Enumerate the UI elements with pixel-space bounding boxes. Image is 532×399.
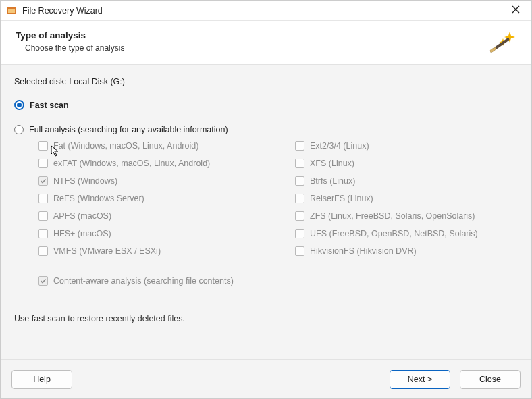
checkbox-label: ZFS (Linux, FreeBSD, Solaris, OpenSolari… [310, 211, 475, 221]
checkbox-ntfs[interactable]: NTFS (Windows) [38, 176, 295, 186]
checkbox-zfs[interactable]: ZFS (Linux, FreeBSD, Solaris, OpenSolari… [295, 211, 518, 221]
checkbox-reiserfs[interactable]: ReiserFS (Linux) [295, 194, 518, 203]
svg-rect-5 [489, 47, 496, 53]
checkbox-icon [38, 194, 48, 203]
close-button-footer[interactable]: Close [460, 370, 521, 389]
checkbox-ext[interactable]: Ext2/3/4 (Linux) [295, 141, 518, 151]
checkbox-icon [38, 159, 48, 168]
svg-rect-1 [8, 9, 15, 13]
checkbox-xfs[interactable]: XFS (Linux) [295, 159, 518, 168]
checkbox-apfs[interactable]: APFS (macOS) [38, 211, 295, 221]
checkbox-hikvisionfs[interactable]: HikvisionFS (Hikvision DVR) [295, 246, 518, 256]
checkbox-exfat[interactable]: exFAT (Windows, macOS, Linux, Android) [38, 159, 295, 168]
checkbox-icon [38, 246, 48, 256]
checkbox-label: APFS (macOS) [53, 211, 111, 221]
checkbox-icon [295, 141, 304, 151]
body: Selected disk: Local Disk (G:) Fast scan… [1, 65, 531, 359]
checkbox-fat[interactable]: Fat (Windows, macOS, Linux, Android) [38, 141, 295, 151]
checkbox-icon [38, 229, 48, 238]
checkbox-icon [38, 276, 48, 286]
checkbox-content-aware[interactable]: Content-aware analysis (searching file c… [38, 276, 518, 286]
checkbox-icon [295, 246, 304, 256]
heading-text: Type of analysis Choose the type of anal… [16, 30, 124, 53]
header: Type of analysis Choose the type of anal… [1, 21, 531, 65]
wizard-window: File Recovery Wizard Type of analysis Ch… [0, 0, 532, 399]
checkbox-label: XFS (Linux) [310, 159, 354, 168]
checkbox-label: ReFS (Windows Server) [53, 194, 144, 203]
checkbox-label: HFS+ (macOS) [53, 229, 111, 238]
checkbox-icon [38, 176, 48, 186]
checkbox-label: exFAT (Windows, macOS, Linux, Android) [53, 159, 210, 168]
checkbox-label: Ext2/3/4 (Linux) [310, 141, 369, 151]
help-button[interactable]: Help [11, 370, 72, 389]
app-icon [6, 5, 17, 16]
checkbox-label: Fat (Windows, macOS, Linux, Android) [53, 141, 198, 151]
checkbox-hfsplus[interactable]: HFS+ (macOS) [38, 229, 295, 238]
radio-icon [14, 125, 24, 134]
window-title: File Recovery Wizard [22, 6, 506, 16]
page-title: Type of analysis [16, 30, 124, 41]
checkbox-label: NTFS (Windows) [53, 176, 117, 186]
radio-fast-scan-label: Fast scan [30, 101, 69, 110]
checkbox-vmfs[interactable]: VMFS (VMware ESX / ESXi) [38, 246, 295, 256]
radio-fast-scan[interactable]: Fast scan [14, 100, 518, 110]
filesystem-options: Fat (Windows, macOS, Linux, Android) Ext… [38, 141, 518, 256]
radio-full-analysis-label: Full analysis (searching for any availab… [29, 125, 228, 134]
checkbox-btrfs[interactable]: Btrfs (Linux) [295, 176, 518, 186]
checkbox-icon [295, 176, 304, 186]
close-button[interactable] [506, 5, 526, 16]
page-subtitle: Choose the type of analysis [25, 43, 124, 53]
selected-disk-label: Selected disk: Local Disk (G:) [14, 77, 518, 86]
radio-full-analysis[interactable]: Full analysis (searching for any availab… [14, 125, 518, 134]
checkbox-icon [295, 159, 304, 168]
radio-icon [14, 100, 24, 110]
checkbox-label: Content-aware analysis (searching file c… [53, 276, 234, 286]
checkbox-icon [295, 211, 304, 221]
checkbox-refs[interactable]: ReFS (Windows Server) [38, 194, 295, 203]
checkbox-label: Btrfs (Linux) [310, 176, 355, 186]
checkbox-icon [295, 194, 304, 203]
titlebar: File Recovery Wizard [1, 1, 531, 21]
checkbox-icon [38, 211, 48, 221]
checkbox-label: HikvisionFS (Hikvision DVR) [310, 246, 417, 256]
wand-icon [487, 30, 516, 57]
next-button[interactable]: Next > [390, 370, 450, 389]
checkbox-label: VMFS (VMware ESX / ESXi) [53, 246, 161, 256]
checkbox-ufs[interactable]: UFS (FreeBSD, OpenBSD, NetBSD, Solaris) [295, 229, 518, 238]
checkbox-label: ReiserFS (Linux) [310, 194, 373, 203]
checkbox-icon [295, 229, 304, 238]
checkbox-label: UFS (FreeBSD, OpenBSD, NetBSD, Solaris) [310, 229, 478, 238]
hint-text: Use fast scan to restore recently delete… [14, 314, 518, 323]
footer: Help Next > Close [1, 359, 531, 398]
checkbox-icon [38, 141, 48, 151]
